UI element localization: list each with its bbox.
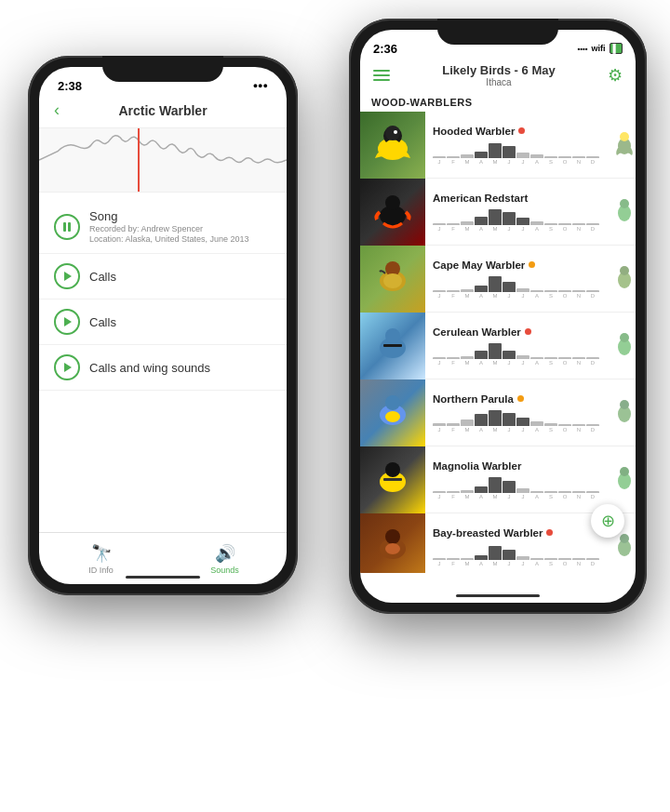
svg-point-17 — [385, 328, 400, 343]
svg-point-27 — [385, 462, 400, 477]
status-dot-cerulean-warbler — [525, 328, 531, 335]
play-button-calls-wing[interactable] — [54, 354, 80, 380]
bar-chart-hooded-warbler — [433, 140, 628, 158]
pause-button-song[interactable] — [54, 214, 80, 240]
sound-meta2-song: Location: Alaska, United States, June 20… — [89, 234, 272, 244]
left-header: ‹ Arctic Warbler — [39, 97, 287, 127]
filter-button[interactable]: ⚙ — [608, 65, 623, 86]
bird-item-cape-may-warbler[interactable]: Cape May Warbler JFMAMJJASOND — [360, 246, 636, 313]
svg-rect-28 — [383, 478, 402, 481]
bird-item-hooded-warbler[interactable]: Hooded Warbler JFMAMJJASOND — [360, 112, 636, 179]
playback-position — [138, 128, 140, 192]
bar-chart-cape-may-warbler — [433, 273, 628, 292]
right-screen-subtitle: Ithaca — [442, 77, 555, 87]
bar-chart-bay-breasted-warbler — [433, 541, 628, 560]
bird-photo-hooded-warbler — [360, 112, 425, 179]
right-screen-title: Likely Birds - 6 May — [442, 63, 555, 77]
left-phone-screen: 2:38 ●●● ‹ Arctic Warbler — [39, 67, 287, 584]
bird-photo-bay-breasted-warbler — [360, 513, 425, 574]
bird-item-northern-parula[interactable]: Northern Parula JFMAMJJASOND — [360, 379, 636, 446]
sound-info-calls-wing: Calls and wing sounds — [89, 361, 272, 375]
tab-sounds-label: Sounds — [210, 566, 239, 575]
bird-item-cerulean-warbler[interactable]: Cerulean Warbler JFMAMJJASOND — [360, 313, 636, 379]
waveform-area[interactable] — [39, 127, 287, 193]
svg-point-13 — [383, 273, 402, 288]
sound-name-calls-wing: Calls and wing sounds — [89, 361, 272, 375]
sound-name-calls2: Calls — [89, 315, 272, 329]
sound-info-song: Song Recorded by: Andrew Spencer Locatio… — [89, 209, 272, 244]
month-labels-hooded-warbler: JFMAMJJASOND — [433, 159, 628, 165]
sound-item-song[interactable]: Song Recorded by: Andrew Spencer Locatio… — [39, 200, 287, 254]
bird-info-hooded-warbler: Hooded Warbler JFMAMJJASOND — [425, 122, 636, 168]
section-header: WOOD-WARBLERS — [360, 93, 636, 112]
left-signal-icon: ●●● — [253, 81, 268, 90]
right-phone-screen: 2:36 •••• wifi ▌ Likely Birds - 6 May It… — [360, 30, 636, 603]
battery-icon: ▌ — [610, 43, 623, 54]
side-bird-cape-may — [615, 263, 634, 295]
play-button-calls1[interactable] — [54, 263, 80, 289]
tab-id-info-label: ID Info — [88, 566, 114, 575]
svg-point-32 — [385, 529, 400, 544]
bird-name-hooded-warbler: Hooded Warbler — [433, 126, 515, 137]
bird-item-american-redstart[interactable]: American Redstart JFMAMJJASOND — [360, 179, 636, 246]
right-phone: 2:36 •••• wifi ▌ Likely Birds - 6 May It… — [349, 19, 647, 614]
side-bird-northern-parula — [615, 397, 634, 429]
hamburger-menu[interactable] — [373, 70, 390, 81]
bird-info-cerulean-warbler: Cerulean Warbler JFMAMJJASOND — [425, 323, 636, 369]
bird-info-american-redstart: American Redstart JFMAMJJASOND — [425, 189, 636, 235]
month-labels-magnolia-warbler: JFMAMJJASOND — [433, 494, 628, 499]
svg-point-8 — [385, 195, 400, 210]
sound-info-calls1: Calls — [89, 270, 272, 284]
back-button[interactable]: ‹ — [54, 100, 60, 120]
right-home-indicator — [456, 594, 540, 597]
svg-point-6 — [620, 132, 629, 141]
sound-item-calls2[interactable]: Calls — [39, 300, 287, 345]
bar-chart-magnolia-warbler — [433, 474, 628, 493]
bird-photo-cerulean-warbler — [360, 313, 425, 379]
right-title-block: Likely Birds - 6 May Ithaca — [442, 63, 555, 87]
bird-name-cerulean-warbler: Cerulean Warbler — [433, 326, 521, 338]
bird-photo-magnolia-warbler — [360, 446, 425, 513]
bar-chart-northern-parula — [433, 407, 628, 426]
left-phone: 2:38 ●●● ‹ Arctic Warbler — [28, 56, 298, 595]
scene: 2:38 ●●● ‹ Arctic Warbler — [0, 0, 670, 812]
right-time: 2:36 — [373, 42, 397, 56]
bird-info-northern-parula: Northern Parula JFMAMJJASOND — [425, 390, 636, 436]
svg-point-3 — [385, 126, 400, 140]
right-status-icons: •••• wifi ▌ — [577, 43, 623, 54]
bird-name-bay-breasted-warbler: Bay-breasted Warbler — [433, 527, 543, 539]
svg-point-35 — [620, 534, 629, 543]
side-bird-hooded — [615, 129, 634, 161]
bird-info-cape-may-warbler: Cape May Warbler JFMAMJJASOND — [425, 256, 636, 302]
wifi-icon: wifi — [592, 44, 606, 53]
svg-point-15 — [620, 266, 629, 275]
bird-name-american-redstart: American Redstart — [433, 193, 528, 204]
month-labels-cerulean-warbler: JFMAMJJASOND — [433, 360, 628, 366]
bird-photo-cape-may-warbler — [360, 246, 425, 313]
sound-item-calls1[interactable]: Calls — [39, 254, 287, 300]
location-button[interactable]: ⊕ — [591, 504, 624, 538]
bar-chart-american-redstart — [433, 206, 628, 225]
svg-point-33 — [385, 543, 400, 554]
status-dot-hooded-warbler — [518, 127, 525, 134]
month-labels-cape-may-warbler: JFMAMJJASOND — [433, 293, 628, 299]
left-screen-title: Arctic Warbler — [118, 103, 207, 118]
svg-point-4 — [394, 130, 397, 134]
binoculars-icon: 🔭 — [91, 543, 112, 564]
month-labels-northern-parula: JFMAMJJASOND — [433, 427, 628, 433]
svg-point-10 — [620, 199, 629, 208]
waveform-svg — [39, 128, 287, 192]
side-bird-american-redstart — [615, 196, 634, 228]
bar-chart-cerulean-warbler — [433, 340, 628, 359]
svg-point-25 — [620, 400, 629, 409]
sound-name-calls1: Calls — [89, 270, 272, 284]
sound-item-calls-wing[interactable]: Calls and wing sounds — [39, 345, 287, 391]
right-phone-notch — [437, 19, 558, 45]
bird-list[interactable]: Hooded Warbler JFMAMJJASOND — [360, 112, 636, 573]
status-dot-northern-parula — [517, 395, 524, 402]
svg-rect-18 — [383, 344, 402, 347]
bird-item-magnolia-warbler[interactable]: Magnolia Warbler JFMAMJJASOND — [360, 446, 636, 513]
month-labels-american-redstart: JFMAMJJASOND — [433, 226, 628, 232]
play-button-calls2[interactable] — [54, 309, 80, 335]
status-dot-bay-breasted-warbler — [546, 529, 553, 536]
